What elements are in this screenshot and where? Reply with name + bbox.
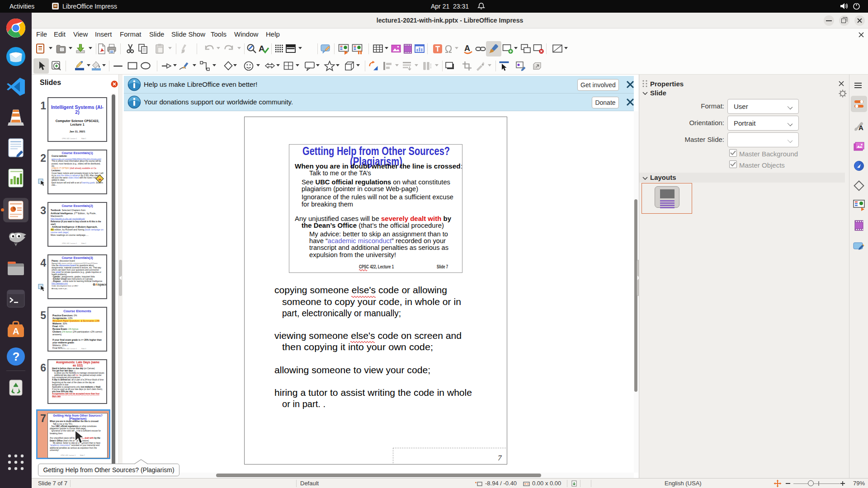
svg-text:?: ?	[13, 350, 20, 363]
svg-text:A: A	[859, 124, 863, 131]
svg-text:A: A	[464, 44, 470, 53]
svg-text:A: A	[13, 326, 19, 336]
